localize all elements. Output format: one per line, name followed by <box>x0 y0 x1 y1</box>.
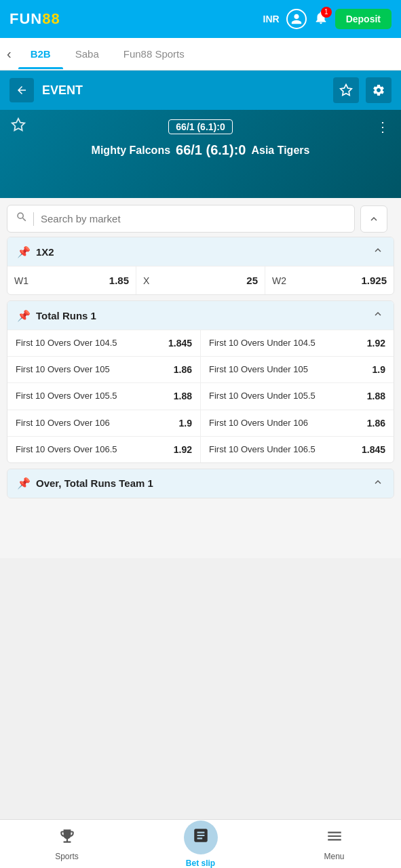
event-settings-button[interactable] <box>366 77 392 103</box>
market-1x2: 📌 1X2 W1 1.85 X 25 W2 1.925 <box>7 237 394 295</box>
tab-saba[interactable]: Saba <box>63 39 111 69</box>
collapse-all-button[interactable] <box>360 205 387 233</box>
sports-nav-label: Sports <box>55 852 79 861</box>
total-runs-label-3-left: First 10 Overs Over 106 <box>16 417 175 429</box>
nav-menu[interactable]: Menu <box>267 827 401 861</box>
total-runs-label-4-right: First 10 Overs Under 106.5 <box>209 443 358 456</box>
notification-bell[interactable]: 1 <box>313 10 328 28</box>
market-total-runs-1: 📌 Total Runs 1 First 10 Overs Over 104.5… <box>7 300 394 463</box>
total-runs-row-1: First 10 Overs Over 105 1.86 First 10 Ov… <box>7 356 394 382</box>
top-header: FUN88 INR 1 Deposit <box>0 0 401 38</box>
odds-cell-w1[interactable]: W1 1.85 <box>7 267 136 294</box>
odds-cell-w2[interactable]: W2 1.925 <box>265 267 394 294</box>
total-runs-value-1-right: 1.9 <box>373 364 385 375</box>
total-runs-cell-2-left[interactable]: First 10 Overs Over 105.5 1.88 <box>7 383 201 409</box>
total-runs-cell-3-right[interactable]: First 10 Overs Under 106 1.86 <box>201 410 394 436</box>
total-runs-value-3-right: 1.86 <box>367 418 385 429</box>
market-1x2-title: 1X2 <box>36 246 54 258</box>
logo: FUN88 <box>9 10 60 28</box>
total-runs-cell-4-left[interactable]: First 10 Overs Over 106.5 1.92 <box>7 437 201 462</box>
event-back-button[interactable] <box>9 78 34 102</box>
chevron-up-total-runs <box>372 308 384 323</box>
betslip-icon-wrapper <box>184 821 218 854</box>
odds-w2-label: W2 <box>272 275 286 286</box>
total-runs-cell-4-right[interactable]: First 10 Overs Under 106.5 1.845 <box>201 437 394 462</box>
notification-badge: 1 <box>321 7 332 18</box>
total-runs-cell-1-right[interactable]: First 10 Overs Under 105 1.9 <box>201 357 394 382</box>
total-runs-value-0-right: 1.92 <box>367 338 385 349</box>
odds-cell-x[interactable]: X 25 <box>136 267 265 294</box>
total-runs-label-1-right: First 10 Overs Under 105 <box>209 363 368 376</box>
market-1x2-header-left: 📌 1X2 <box>17 245 54 258</box>
currency-label: INR <box>263 14 280 24</box>
pin-icon-1x2: 📌 <box>17 245 31 258</box>
pin-icon-total-runs: 📌 <box>17 309 31 322</box>
chevron-up-over-total <box>372 476 384 491</box>
main-content: EVENT 66/1 (6.1):0 ⋮ <box>0 71 401 558</box>
deposit-button[interactable]: Deposit <box>335 9 392 29</box>
event-title: EVENT <box>42 83 333 98</box>
total-runs-cell-2-right[interactable]: First 10 Overs Under 105.5 1.88 <box>201 383 394 409</box>
market-over-total-runs-team1-title: Over, Total Runs Team 1 <box>36 477 153 489</box>
market-1x2-header[interactable]: 📌 1X2 <box>7 237 394 266</box>
pin-icon-over-total: 📌 <box>17 477 31 490</box>
total-runs-row-3: First 10 Overs Over 106 1.9 First 10 Ove… <box>7 410 394 436</box>
tab-b2b[interactable]: B2B <box>18 39 63 69</box>
score-favorite-button[interactable] <box>11 117 26 136</box>
market-total-runs-1-header[interactable]: 📌 Total Runs 1 <box>7 301 394 330</box>
event-toolbar: EVENT <box>0 71 401 110</box>
score-area-top: 66/1 (6.1):0 ⋮ <box>11 119 390 134</box>
total-runs-row-0: First 10 Overs Over 104.5 1.845 First 10… <box>7 330 394 356</box>
nav-sports[interactable]: Sports <box>0 827 134 861</box>
total-runs-value-2-left: 1.88 <box>174 391 192 401</box>
total-runs-cell-0-left[interactable]: First 10 Overs Over 104.5 1.845 <box>7 330 201 356</box>
tab-bar: ‹ B2B Saba Fun88 Sports <box>0 38 401 71</box>
total-runs-row-2: First 10 Overs Over 105.5 1.88 First 10 … <box>7 382 394 409</box>
total-runs-value-2-right: 1.88 <box>367 391 385 401</box>
odds-row-1x2: W1 1.85 X 25 W2 1.925 <box>7 266 394 294</box>
logo-fun: FUN <box>9 10 42 27</box>
total-runs-cell-1-left[interactable]: First 10 Overs Over 105 1.86 <box>7 357 201 382</box>
total-runs-value-4-right: 1.845 <box>362 444 385 455</box>
total-runs-value-3-left: 1.9 <box>179 418 192 429</box>
svg-marker-1 <box>12 119 24 130</box>
sports-trophy-icon <box>58 827 76 849</box>
chevron-up-1x2 <box>372 244 384 259</box>
user-avatar-icon[interactable] <box>286 9 307 29</box>
search-row <box>7 205 394 233</box>
total-runs-value-0-left: 1.845 <box>168 338 192 349</box>
event-toolbar-icons <box>333 77 392 103</box>
total-runs-cell-0-right[interactable]: First 10 Overs Under 104.5 1.92 <box>201 330 394 356</box>
total-runs-value-1-left: 1.86 <box>174 364 192 375</box>
odds-w2-value: 1.925 <box>361 275 387 286</box>
tab-fun88sports[interactable]: Fun88 Sports <box>111 39 197 69</box>
score-area: 66/1 (6.1):0 ⋮ Mighty Falcons 66/1 (6.1)… <box>0 110 401 198</box>
betslip-nav-label: Bet slip <box>186 859 215 868</box>
total-runs-label-3-right: First 10 Overs Under 106 <box>209 417 363 429</box>
market-total-runs-1-title: Total Runs 1 <box>36 310 96 321</box>
menu-nav-label: Menu <box>324 852 344 861</box>
total-runs-value-4-left: 1.92 <box>174 444 192 455</box>
market-over-total-runs-team1-header[interactable]: 📌 Over, Total Runs Team 1 <box>7 469 394 498</box>
market-total-runs-1-header-left: 📌 Total Runs 1 <box>17 309 96 322</box>
odds-x-value: 25 <box>246 275 258 286</box>
bottom-nav: Sports Bet slip Menu <box>0 819 401 868</box>
odds-x-label: X <box>143 275 149 286</box>
svg-marker-0 <box>341 85 352 96</box>
total-runs-cell-3-left[interactable]: First 10 Overs Over 106 1.9 <box>7 410 201 436</box>
market-over-total-runs-team1: 📌 Over, Total Runs Team 1 <box>7 469 394 498</box>
event-panel: EVENT 66/1 (6.1):0 ⋮ <box>0 71 401 198</box>
total-runs-row-4: First 10 Overs Over 106.5 1.92 First 10 … <box>7 436 394 462</box>
more-options-button[interactable]: ⋮ <box>376 119 390 135</box>
total-runs-label-4-left: First 10 Overs Over 106.5 <box>16 443 170 456</box>
nav-betslip[interactable]: Bet slip <box>134 821 267 868</box>
team2-name: Asia Tigers <box>251 144 309 157</box>
event-favorite-button[interactable] <box>333 77 359 103</box>
match-teams: Mighty Falcons 66/1 (6.1):0 Asia Tigers <box>11 142 390 158</box>
odds-w1-value: 1.85 <box>109 275 129 286</box>
total-runs-label-0-left: First 10 Overs Over 104.5 <box>16 337 164 349</box>
tab-bar-back-button[interactable]: ‹ <box>7 46 12 62</box>
search-input[interactable] <box>41 213 346 224</box>
odds-w1-label: W1 <box>14 275 28 286</box>
team1-name: Mighty Falcons <box>92 144 170 157</box>
